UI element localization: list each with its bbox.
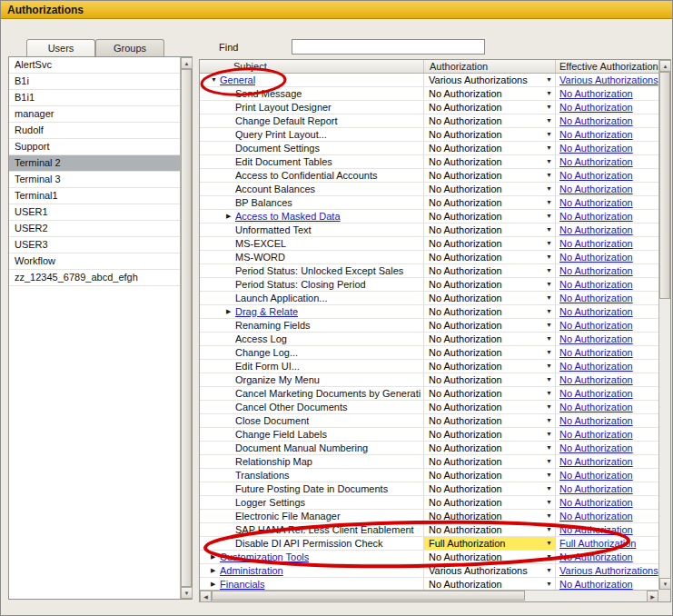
table-hscroll-track[interactable] bbox=[212, 591, 647, 601]
tab-groups[interactable]: Groups bbox=[95, 39, 164, 56]
authorization-dropdown[interactable]: No Authorization▼ bbox=[424, 237, 556, 250]
authorization-dropdown[interactable]: No Authorization▼ bbox=[424, 210, 556, 223]
table-vscrollbar[interactable]: ▲ ▼ bbox=[658, 60, 670, 590]
user-list-item[interactable]: manager bbox=[9, 106, 180, 123]
expand-icon[interactable]: ▶ bbox=[211, 564, 220, 577]
authorization-dropdown[interactable]: No Authorization▼ bbox=[424, 578, 556, 591]
authorization-dropdown[interactable]: No Authorization▼ bbox=[424, 496, 556, 509]
dropdown-icon[interactable]: ▼ bbox=[546, 551, 552, 563]
effective-authorization-link[interactable]: No Authorization bbox=[559, 374, 633, 385]
authorization-dropdown[interactable]: No Authorization▼ bbox=[424, 224, 556, 236]
effective-authorization-link[interactable]: No Authorization bbox=[559, 211, 633, 222]
effective-authorization-link[interactable]: Various Authorizations bbox=[559, 565, 658, 576]
find-input[interactable] bbox=[292, 39, 485, 55]
dropdown-icon[interactable]: ▼ bbox=[546, 305, 552, 318]
dropdown-icon[interactable]: ▼ bbox=[546, 142, 552, 154]
effective-authorization-link[interactable]: No Authorization bbox=[559, 265, 633, 276]
dropdown-icon[interactable]: ▼ bbox=[546, 482, 552, 495]
table-hscrollbar[interactable]: ◀ ▶ bbox=[200, 590, 658, 601]
dropdown-icon[interactable]: ▼ bbox=[546, 455, 552, 468]
authorization-dropdown[interactable]: No Authorization▼ bbox=[424, 428, 556, 441]
dropdown-icon[interactable]: ▼ bbox=[546, 319, 552, 332]
dropdown-icon[interactable]: ▼ bbox=[546, 414, 552, 427]
scroll-down-icon[interactable]: ▼ bbox=[181, 587, 193, 599]
dropdown-icon[interactable]: ▼ bbox=[546, 346, 552, 359]
dropdown-icon[interactable]: ▼ bbox=[546, 114, 552, 127]
effective-authorization-link[interactable]: No Authorization bbox=[559, 551, 633, 562]
user-list-scroll-thumb[interactable] bbox=[181, 69, 192, 587]
dropdown-icon[interactable]: ▼ bbox=[546, 251, 552, 263]
dropdown-icon[interactable]: ▼ bbox=[546, 333, 552, 345]
authorization-dropdown[interactable]: No Authorization▼ bbox=[424, 292, 556, 304]
authorization-dropdown[interactable]: No Authorization▼ bbox=[424, 482, 556, 495]
effective-authorization-link[interactable]: No Authorization bbox=[559, 129, 633, 140]
dropdown-icon[interactable]: ▼ bbox=[546, 278, 552, 291]
dropdown-icon[interactable]: ▼ bbox=[546, 428, 552, 441]
effective-authorization-link[interactable]: Full Authorization bbox=[559, 538, 636, 549]
authorization-dropdown[interactable]: No Authorization▼ bbox=[424, 264, 556, 277]
user-list-scroll-track[interactable] bbox=[181, 69, 192, 587]
dropdown-icon[interactable]: ▼ bbox=[546, 373, 552, 386]
dropdown-icon[interactable]: ▼ bbox=[546, 169, 552, 182]
effective-authorization-link[interactable]: No Authorization bbox=[559, 143, 633, 154]
user-list-item[interactable]: Support bbox=[9, 139, 180, 155]
dropdown-icon[interactable]: ▼ bbox=[546, 74, 552, 86]
expand-icon[interactable]: ▶ bbox=[211, 578, 220, 591]
authorization-dropdown[interactable]: No Authorization▼ bbox=[424, 387, 556, 400]
effective-authorization-link[interactable]: No Authorization bbox=[559, 511, 633, 522]
authorization-dropdown[interactable]: No Authorization▼ bbox=[424, 510, 556, 522]
user-list-item[interactable]: USER3 bbox=[9, 237, 180, 253]
table-hscroll-thumb[interactable] bbox=[212, 591, 525, 601]
subject-group-link[interactable]: Administration bbox=[220, 564, 283, 577]
dropdown-icon[interactable]: ▼ bbox=[546, 360, 552, 373]
authorization-dropdown[interactable]: No Authorization▼ bbox=[424, 114, 556, 127]
effective-authorization-link[interactable]: No Authorization bbox=[559, 415, 633, 426]
effective-authorization-link[interactable]: No Authorization bbox=[559, 320, 633, 331]
authorization-dropdown[interactable]: No Authorization▼ bbox=[424, 251, 556, 263]
effective-authorization-link[interactable]: No Authorization bbox=[559, 333, 633, 344]
authorization-dropdown[interactable]: Various Authorizations▼ bbox=[424, 564, 556, 577]
effective-authorization-link[interactable]: No Authorization bbox=[559, 88, 633, 99]
dropdown-icon[interactable]: ▼ bbox=[546, 442, 552, 454]
effective-authorization-link[interactable]: No Authorization bbox=[559, 238, 633, 249]
user-list-item[interactable]: USER1 bbox=[9, 204, 180, 221]
dropdown-icon[interactable]: ▼ bbox=[546, 510, 552, 522]
effective-authorization-link[interactable]: No Authorization bbox=[559, 347, 633, 358]
scroll-up-icon[interactable]: ▲ bbox=[659, 60, 671, 72]
user-list-item[interactable]: B1i1 bbox=[9, 90, 180, 106]
authorization-dropdown[interactable]: No Authorization▼ bbox=[424, 319, 556, 332]
scroll-right-icon[interactable]: ▶ bbox=[647, 591, 658, 602]
user-list-item[interactable]: Terminal 2 bbox=[9, 155, 180, 172]
authorization-dropdown[interactable]: No Authorization▼ bbox=[424, 101, 556, 114]
effective-authorization-link[interactable]: No Authorization bbox=[559, 306, 633, 317]
window-titlebar[interactable]: Authorizations bbox=[1, 1, 672, 19]
subject-group-link[interactable]: Access to Masked Data bbox=[235, 210, 341, 223]
authorization-dropdown[interactable]: No Authorization▼ bbox=[424, 278, 556, 291]
authorization-dropdown[interactable]: No Authorization▼ bbox=[424, 305, 556, 318]
scroll-left-icon[interactable]: ◀ bbox=[200, 591, 212, 602]
effective-authorization-link[interactable]: No Authorization bbox=[559, 402, 633, 412]
dropdown-icon[interactable]: ▼ bbox=[546, 564, 552, 577]
authorization-dropdown[interactable]: No Authorization▼ bbox=[424, 142, 556, 154]
subject-group-link[interactable]: General bbox=[220, 74, 255, 86]
expand-icon[interactable]: ▶ bbox=[211, 551, 220, 563]
dropdown-icon[interactable]: ▼ bbox=[546, 523, 552, 536]
authorization-dropdown[interactable]: No Authorization▼ bbox=[424, 455, 556, 468]
dropdown-icon[interactable]: ▼ bbox=[546, 469, 552, 482]
effective-authorization-link[interactable]: No Authorization bbox=[559, 224, 633, 235]
subject-group-link[interactable]: Drag & Relate bbox=[235, 305, 298, 318]
dropdown-icon[interactable]: ▼ bbox=[546, 292, 552, 304]
dropdown-icon[interactable]: ▼ bbox=[546, 237, 552, 250]
effective-authorization-link[interactable]: No Authorization bbox=[559, 497, 633, 508]
effective-authorization-link[interactable]: No Authorization bbox=[559, 483, 633, 494]
effective-authorization-link[interactable]: No Authorization bbox=[559, 293, 633, 303]
authorization-dropdown[interactable]: No Authorization▼ bbox=[424, 414, 556, 427]
effective-authorization-link[interactable]: No Authorization bbox=[559, 456, 633, 467]
expand-icon[interactable]: ▶ bbox=[226, 210, 235, 223]
user-list-scrollbar[interactable]: ▲ ▼ bbox=[180, 57, 192, 599]
authorization-dropdown[interactable]: No Authorization▼ bbox=[424, 169, 556, 182]
dropdown-icon[interactable]: ▼ bbox=[546, 387, 552, 400]
authorization-dropdown[interactable]: No Authorization▼ bbox=[424, 333, 556, 345]
authorization-dropdown[interactable]: No Authorization▼ bbox=[424, 551, 556, 563]
effective-authorization-link[interactable]: No Authorization bbox=[559, 197, 633, 208]
